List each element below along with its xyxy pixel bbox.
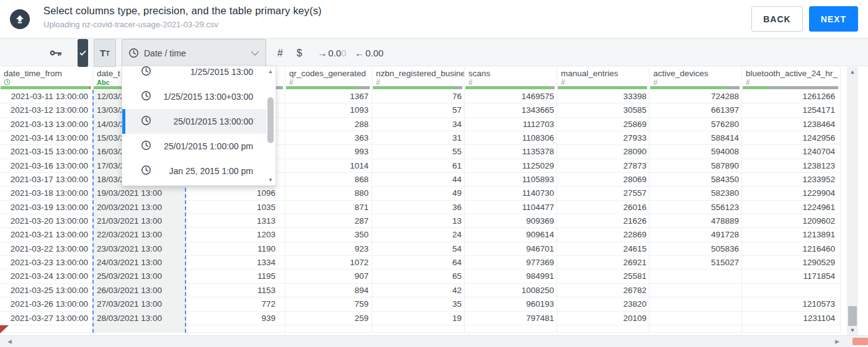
table-cell[interactable]: 64 bbox=[372, 256, 464, 270]
date-format-option[interactable]: 1/25/2015 13:00+03:00 bbox=[122, 84, 267, 109]
table-cell[interactable]: 27873 bbox=[557, 159, 649, 173]
table-cell[interactable]: 1224961 bbox=[742, 201, 840, 214]
table-cell[interactable]: 26782 bbox=[557, 284, 649, 297]
table-cell[interactable]: 49 bbox=[372, 187, 464, 200]
table-cell[interactable]: 1343665 bbox=[465, 103, 557, 117]
table-cell[interactable]: 582380 bbox=[650, 187, 741, 200]
include-column-checkbox[interactable] bbox=[78, 39, 88, 67]
table-cell[interactable]: 1195 bbox=[186, 270, 285, 283]
table-cell[interactable]: 31 bbox=[372, 131, 464, 145]
table-cell[interactable]: 27557 bbox=[557, 187, 649, 200]
table-cell[interactable]: 923 bbox=[285, 242, 372, 256]
table-cell[interactable]: 2021-03-27 13:00:00 bbox=[0, 312, 92, 325]
scroll-up-icon[interactable]: ▲ bbox=[847, 69, 858, 75]
table-cell[interactable]: 772 bbox=[186, 297, 285, 311]
table-cell[interactable]: 42 bbox=[372, 284, 464, 297]
table-cell[interactable]: 977369 bbox=[465, 256, 557, 270]
table-cell[interactable]: 1290529 bbox=[742, 256, 840, 270]
table-cell[interactable]: 21626 bbox=[557, 214, 649, 228]
table-cell[interactable] bbox=[650, 297, 741, 311]
table-cell[interactable]: 587890 bbox=[650, 159, 741, 173]
table-cell[interactable]: 259 bbox=[285, 312, 372, 325]
table-cell[interactable]: 2021-03-13 13:00:00 bbox=[0, 118, 92, 131]
column-header[interactable]: scans# bbox=[465, 67, 557, 86]
table-cell[interactable]: 25/03/2021 13:00 bbox=[93, 270, 186, 283]
horizontal-scrollbar-thumb[interactable] bbox=[852, 338, 868, 345]
table-cell[interactable]: 2021-03-18 13:00:00 bbox=[0, 187, 92, 200]
date-format-dropdown[interactable]: Date / time bbox=[122, 39, 266, 67]
column-nzbn_registered_busine[interactable]: nzbn_registered_busine#76573431556144493… bbox=[372, 67, 465, 333]
table-cell[interactable]: 1190 bbox=[186, 242, 285, 256]
table-cell[interactable]: 1203 bbox=[186, 228, 285, 242]
table-cell[interactable]: 871 bbox=[285, 201, 372, 214]
table-cell[interactable]: 2021-03-23 13:00:00 bbox=[0, 256, 92, 270]
column-bluetooth_active_24_hr_[interactable]: bluetooth_active_24_hr_#1261266125417112… bbox=[742, 67, 841, 333]
table-cell[interactable]: 1093 bbox=[285, 103, 372, 117]
table-cell[interactable]: 880 bbox=[285, 187, 372, 200]
table-cell[interactable]: 22/03/2021 13:00 bbox=[93, 228, 186, 242]
table-cell[interactable]: 1153 bbox=[186, 284, 285, 297]
table-cell[interactable]: 36 bbox=[372, 201, 464, 214]
table-cell[interactable]: 76 bbox=[372, 90, 464, 103]
table-cell[interactable]: 2021-03-20 13:00:00 bbox=[0, 214, 92, 228]
table-cell[interactable]: 1313 bbox=[186, 214, 285, 228]
table-cell[interactable]: 54 bbox=[372, 242, 464, 256]
table-cell[interactable]: 556123 bbox=[650, 201, 741, 214]
table-cell[interactable]: 661397 bbox=[650, 103, 741, 117]
column-header[interactable]: date_time_from bbox=[0, 67, 92, 86]
table-cell[interactable]: 993 bbox=[285, 145, 372, 159]
table-cell[interactable]: 960193 bbox=[465, 297, 557, 311]
table-cell[interactable]: 1238123 bbox=[742, 159, 840, 173]
table-cell[interactable]: 1105893 bbox=[465, 173, 557, 187]
primary-key-button[interactable] bbox=[50, 39, 62, 67]
table-cell[interactable]: 363 bbox=[285, 131, 372, 145]
table-cell[interactable]: 2021-03-17 13:00:00 bbox=[0, 173, 92, 187]
table-cell[interactable]: 1008250 bbox=[465, 284, 557, 297]
table-cell[interactable]: 1216460 bbox=[742, 242, 840, 256]
table-cell[interactable]: 55 bbox=[372, 145, 464, 159]
table-cell[interactable]: 20109 bbox=[557, 312, 649, 325]
table-cell[interactable]: 2021-03-22 13:00:00 bbox=[0, 242, 92, 256]
table-cell[interactable]: 515027 bbox=[650, 256, 741, 270]
table-cell[interactable]: 61 bbox=[372, 159, 464, 173]
column-date_time_from[interactable]: date_time_from2021-03-11 13:00:002021-03… bbox=[0, 67, 93, 333]
table-cell[interactable]: 287 bbox=[285, 214, 372, 228]
next-button[interactable]: NEXT bbox=[809, 6, 858, 32]
table-cell[interactable]: 584350 bbox=[650, 173, 741, 187]
table-cell[interactable]: 1210573 bbox=[742, 297, 840, 311]
table-cell[interactable]: 1213891 bbox=[742, 228, 840, 242]
table-cell[interactable]: 2021-03-11 13:00:00 bbox=[0, 90, 92, 103]
table-cell[interactable]: 576280 bbox=[650, 118, 741, 131]
date-format-option[interactable]: 1/25/2015 13:00 bbox=[122, 66, 267, 84]
table-cell[interactable]: 25869 bbox=[557, 118, 649, 131]
table-cell[interactable]: 20/03/2021 13:00 bbox=[93, 201, 186, 214]
table-cell[interactable]: 2021-03-16 13:00:00 bbox=[0, 159, 92, 173]
dropdown-scrollbar[interactable]: ▲ ▼ bbox=[266, 66, 275, 185]
table-cell[interactable]: 34 bbox=[372, 118, 464, 131]
table-cell[interactable]: 27/03/2021 13:00 bbox=[93, 297, 186, 311]
table-cell[interactable]: 1171854 bbox=[742, 270, 840, 283]
date-format-option[interactable]: 25/01/2015 13:00:00 bbox=[122, 109, 267, 134]
vertical-scrollbar-thumb[interactable] bbox=[848, 306, 857, 326]
table-cell[interactable]: 1334 bbox=[186, 256, 285, 270]
back-button[interactable]: BACK bbox=[751, 6, 802, 32]
table-cell[interactable]: 1469575 bbox=[465, 90, 557, 103]
table-cell[interactable]: 28/03/2021 13:00 bbox=[93, 312, 186, 325]
table-cell[interactable]: 33398 bbox=[557, 90, 649, 103]
horizontal-scrollbar[interactable]: ◀ ▶ bbox=[0, 335, 868, 347]
table-cell[interactable]: 491728 bbox=[650, 228, 741, 242]
increase-precision-button[interactable]: →0.00 bbox=[318, 39, 346, 67]
table-cell[interactable]: 588414 bbox=[650, 131, 741, 145]
table-cell[interactable]: 2021-03-24 13:00:00 bbox=[0, 270, 92, 283]
table-cell[interactable]: 894 bbox=[285, 284, 372, 297]
table-cell[interactable]: 2021-03-12 13:00:00 bbox=[0, 103, 92, 117]
table-cell[interactable]: 1014 bbox=[285, 159, 372, 173]
table-cell[interactable]: 27933 bbox=[557, 131, 649, 145]
column-header[interactable]: nzbn_registered_busine# bbox=[372, 67, 464, 86]
table-cell[interactable]: 1112703 bbox=[465, 118, 557, 131]
table-cell[interactable] bbox=[650, 284, 741, 297]
table-cell[interactable]: 2021-03-21 13:00:00 bbox=[0, 228, 92, 242]
table-cell[interactable]: 35 bbox=[372, 297, 464, 311]
table-cell[interactable] bbox=[650, 270, 741, 283]
table-cell[interactable]: 1233952 bbox=[742, 173, 840, 187]
